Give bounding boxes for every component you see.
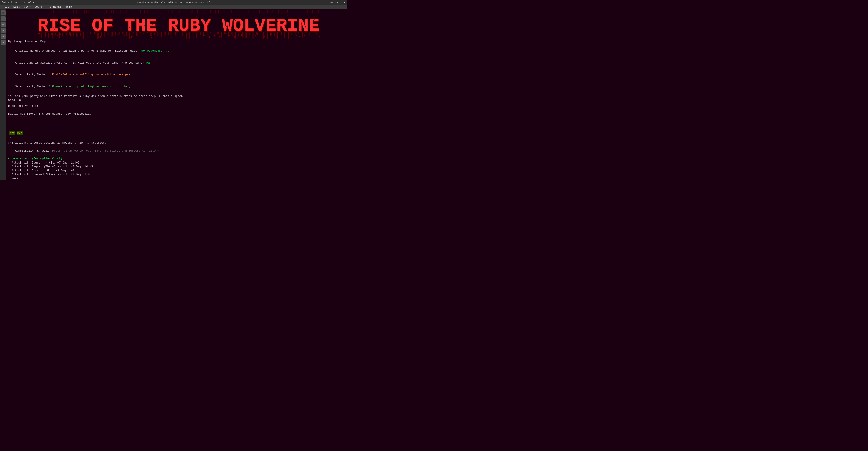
menu-attack-dagger-throw[interactable]: Attack with Dagger (Throw) -> Hit: +7 Dm…: [8, 165, 345, 169]
sidebar-icon-4[interactable]: ●: [1, 34, 6, 39]
menu-bar: File Edit View Search Terminal Help: [0, 4, 347, 9]
terminal-content[interactable]: By Joseph Emmanuel Dayo A sample hardcor…: [6, 9, 347, 180]
sidebar-icon-3[interactable]: ●: [1, 28, 6, 33]
datetime: Sat 13:15 ▾: [329, 1, 345, 4]
system-bar: Activities Terminal ▾ cheetah@cheetah-Vi…: [0, 0, 347, 4]
title-banner: [8, 10, 345, 40]
menu-terminal[interactable]: Terminal: [46, 5, 63, 9]
save-game-line: A save game is already present. This wil…: [8, 57, 345, 69]
menu-attack-dagger[interactable]: Attack with Dagger -> Hit: +7 Dmg: 1d4+5: [8, 161, 345, 165]
activities-label[interactable]: Activities: [2, 1, 17, 4]
battle-map-header: Battle Map (10x9) 5ft per square, pov Ru…: [8, 112, 345, 116]
action-prompt: RumbleBelly (R) will (Press ↑/↓ arrow to…: [8, 145, 345, 157]
intro-line-1: A sample hardcore dungeon crawl with a p…: [8, 45, 345, 57]
menu-attack-unarmed[interactable]: Attack with Unarmed Attack -> Hit: +0 Dm…: [8, 173, 345, 177]
action-prompt-hint: (Press ↑/↓ arrow to move, Enter to selec…: [51, 149, 159, 152]
menu-view[interactable]: View: [22, 5, 32, 9]
party-member-1-line: Select Party Member 1 RumbleBelly - A ha…: [8, 69, 345, 81]
menu-file[interactable]: File: [1, 5, 11, 9]
sidebar-icon-2[interactable]: ⊞: [1, 22, 6, 27]
quest-text: You and your party were hired to retreiv…: [8, 94, 345, 99]
character-sprite: ### RG= .·.: [9, 131, 30, 139]
menu-move[interactable]: Move: [8, 177, 345, 180]
system-bar-right: Sat 13:15 ▾: [329, 1, 345, 4]
party-member-2-label: Select Party Member 2: [15, 85, 52, 88]
window-title: cheetah@cheetah-VirtualBox:~/workspace/n…: [137, 1, 210, 4]
terminal-menu[interactable]: Terminal ▾: [20, 1, 34, 4]
turn-indicator: RumbleBelly's turn: [8, 104, 345, 108]
save-game-text: A save game is already present. This wil…: [15, 61, 146, 64]
menu-look-around[interactable]: ▶ Look Around (Perception Check): [8, 157, 345, 161]
system-bar-left: Activities Terminal ▾: [2, 1, 34, 4]
menu-attack-torch[interactable]: Attack with Torch -> Hit: +2 Dmg: 1+0: [8, 169, 345, 173]
party-member-1-label: Select Party Member 1: [15, 73, 52, 76]
status-line: 8/8 actions: 1 bonus action: 1, movement…: [8, 141, 345, 145]
party-member-2-line: Select Party Member 2 Gomerin - A high e…: [8, 81, 345, 93]
author-line: By Joseph Emmanuel Dayo: [8, 40, 345, 44]
sidebar-icon-1[interactable]: ☰: [1, 16, 6, 21]
separator-line: ================================: [8, 108, 345, 112]
sidebar-icon-0[interactable]: ⬛: [1, 10, 6, 16]
battle-map-area: ### RG= .·.: [8, 117, 30, 140]
menu-search[interactable]: Search: [33, 5, 46, 9]
good-luck-text: Good Luck!: [8, 98, 345, 102]
yes-text: yes: [146, 61, 151, 64]
sidebar-icon-5[interactable]: ●: [1, 40, 6, 45]
menu-edit[interactable]: Edit: [11, 5, 22, 9]
party-member-2-value: Gomerin - A high elf fighter seeking for…: [52, 85, 130, 88]
new-adventure-text: New Adventure ...: [141, 49, 169, 53]
sidebar: ⬛ ☰ ⊞ ● ● ●: [0, 9, 6, 180]
intro-text-1: A sample hardcore dungeon crawl with a p…: [15, 49, 141, 53]
menu-help[interactable]: Help: [64, 5, 74, 9]
action-prompt-text: RumbleBelly (R) will: [15, 149, 51, 152]
party-member-1-value: RumbleBelly - A halfling rogue with a da…: [52, 73, 132, 76]
